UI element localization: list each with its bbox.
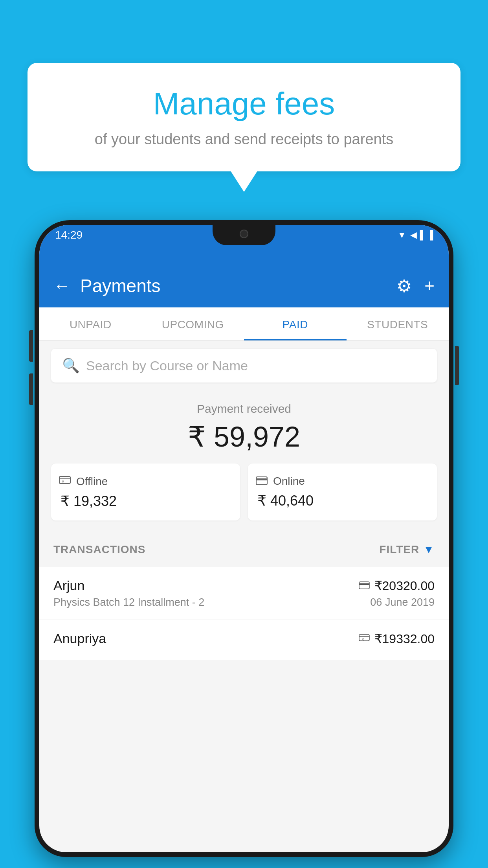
phone-outer: 14:29 ▼ ◀▐ ▐ ← Payments ⚙ — [35, 220, 453, 857]
signal-icon: ◀▐ — [410, 230, 423, 240]
transaction-top: Arjun ₹20320.00 — [53, 578, 435, 593]
transaction-name: Arjun — [53, 578, 84, 593]
status-icons: ▼ ◀▐ ▐ — [398, 230, 433, 240]
tab-students[interactable]: STUDENTS — [347, 307, 449, 340]
svg-rect-7 — [359, 634, 369, 641]
header-right: ⚙ + — [396, 276, 435, 296]
svg-text:₹: ₹ — [362, 638, 364, 642]
transactions-header: TRANSACTIONS FILTER ▼ — [39, 532, 449, 567]
notch-bump — [213, 225, 275, 245]
hero-title: Manage fees — [51, 86, 437, 121]
back-button[interactable]: ← — [53, 276, 71, 296]
offline-icon: ₹ — [59, 474, 71, 488]
svg-rect-5 — [359, 582, 369, 589]
payment-received-label: Payment received — [51, 402, 437, 416]
battery-icon: ▐ — [427, 230, 433, 240]
tab-unpaid[interactable]: UNPAID — [39, 307, 142, 340]
payment-summary: Payment received ₹ 59,972 ₹ — [39, 390, 449, 532]
search-icon: 🔍 — [62, 357, 80, 374]
transaction-row[interactable]: Arjun ₹20320.00 Physics Batch 12 Install… — [39, 567, 449, 620]
tab-upcoming[interactable]: UPCOMING — [142, 307, 244, 340]
search-input[interactable]: Search by Course or Name — [86, 358, 248, 373]
header-left: ← Payments — [53, 275, 161, 296]
offline-amount: ₹ 19,332 — [59, 493, 232, 509]
transaction-amount: ₹19332.00 — [374, 631, 435, 646]
online-payment-icon — [359, 579, 370, 592]
payment-cards: ₹ Offline ₹ 19,332 — [51, 463, 437, 520]
filter-icon: ▼ — [423, 543, 435, 556]
transaction-name: Anupriya — [53, 631, 106, 646]
svg-rect-6 — [359, 583, 369, 585]
online-payment-card: Online ₹ 40,640 — [248, 463, 437, 520]
transaction-amount: ₹20320.00 — [374, 578, 435, 593]
app-header: ← Payments ⚙ + — [39, 264, 449, 307]
tab-paid[interactable]: PAID — [244, 307, 347, 340]
tabs-container: UNPAID UPCOMING PAID STUDENTS — [39, 307, 449, 341]
offline-card-header: ₹ Offline — [59, 474, 232, 488]
transaction-amount-container: ₹20320.00 — [359, 578, 435, 593]
transactions-label: TRANSACTIONS — [53, 543, 145, 556]
wifi-icon: ▼ — [398, 230, 406, 240]
offline-payment-card: ₹ Offline ₹ 19,332 — [51, 463, 240, 520]
volume-down-button — [29, 373, 33, 405]
filter-text: FILTER — [379, 543, 419, 556]
transaction-row[interactable]: Anupriya ₹ ₹19332.00 — [39, 620, 449, 661]
transaction-amount-container: ₹ ₹19332.00 — [359, 631, 435, 646]
power-button — [455, 346, 459, 385]
front-camera — [240, 230, 248, 238]
filter-button[interactable]: FILTER ▼ — [379, 543, 435, 556]
payment-total-amount: ₹ 59,972 — [51, 420, 437, 453]
speech-bubble: Manage fees of your students and send re… — [28, 63, 460, 171]
phone-notch: 14:29 ▼ ◀▐ ▐ — [39, 225, 449, 264]
phone-mockup: 14:29 ▼ ◀▐ ▐ ← Payments ⚙ — [35, 220, 453, 868]
svg-rect-4 — [256, 478, 267, 480]
online-card-header: Online — [256, 474, 429, 488]
transaction-date: 06 June 2019 — [370, 596, 435, 609]
hero-subtitle: of your students and send receipts to pa… — [51, 129, 437, 150]
header-title: Payments — [80, 275, 161, 296]
transaction-bottom: Physics Batch 12 Installment - 2 06 June… — [53, 596, 435, 609]
status-time: 14:29 — [55, 229, 83, 241]
settings-button[interactable]: ⚙ — [396, 276, 412, 296]
svg-rect-0 — [59, 476, 70, 484]
phone-screen: 14:29 ▼ ◀▐ ▐ ← Payments ⚙ — [39, 225, 449, 852]
offline-label: Offline — [76, 475, 108, 488]
add-button[interactable]: + — [424, 276, 435, 296]
volume-up-button — [29, 330, 33, 362]
online-label: Online — [273, 475, 305, 487]
search-section: 🔍 Search by Course or Name — [39, 341, 449, 390]
online-amount: ₹ 40,640 — [256, 493, 429, 509]
svg-rect-3 — [256, 477, 267, 485]
transaction-top: Anupriya ₹ ₹19332.00 — [53, 631, 435, 646]
hero-section: Manage fees of your students and send re… — [28, 63, 460, 171]
offline-payment-icon: ₹ — [359, 633, 370, 645]
search-bar[interactable]: 🔍 Search by Course or Name — [51, 349, 437, 383]
transaction-detail: Physics Batch 12 Installment - 2 — [53, 596, 204, 609]
online-icon — [256, 474, 268, 488]
svg-text:₹: ₹ — [62, 480, 64, 484]
